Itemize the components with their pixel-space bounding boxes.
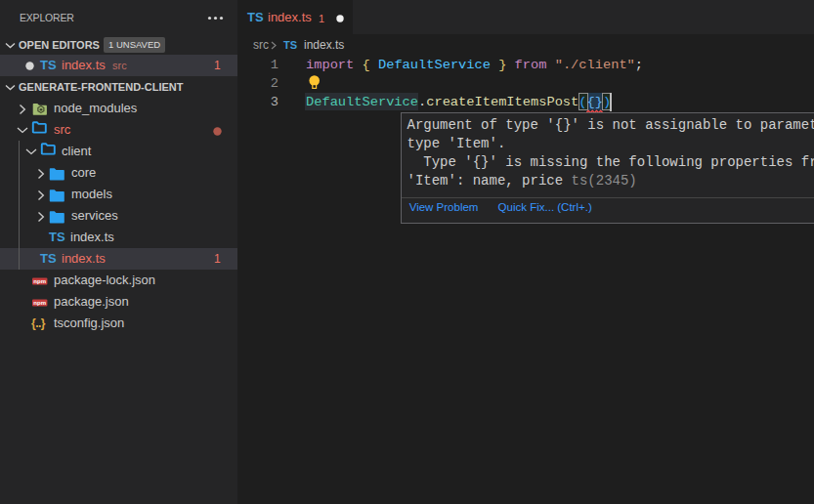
svg-text:npm: npm <box>33 278 46 284</box>
svg-text:npm: npm <box>33 300 46 306</box>
